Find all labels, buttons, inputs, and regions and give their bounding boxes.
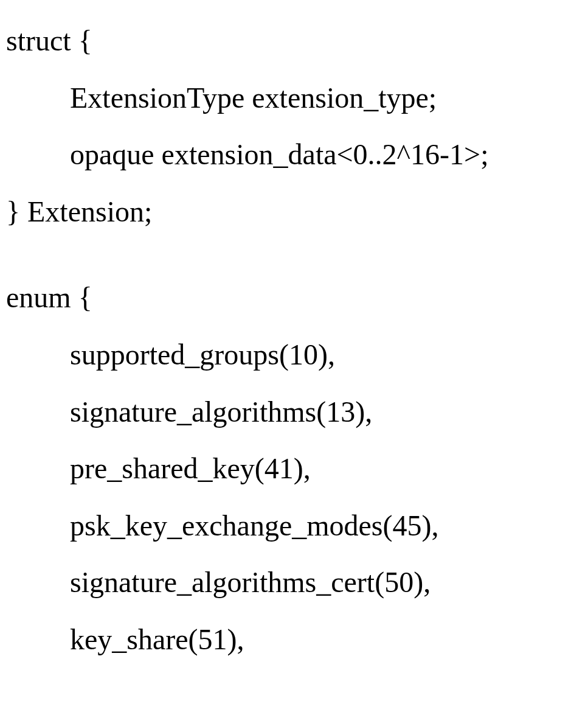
enum-item-psk-key-exchange-modes: psk_key_exchange_modes(45), xyxy=(6,497,582,554)
struct-field-extension-type: ExtensionType extension_type; xyxy=(6,69,582,127)
blank-line xyxy=(6,240,582,269)
enum-item-pre-shared-key: pre_shared_key(41), xyxy=(6,440,582,497)
struct-close: } Extension; xyxy=(6,183,582,240)
enum-item-key-share: key_share(51), xyxy=(6,611,582,668)
enum-item-supported-groups: supported_groups(10), xyxy=(6,326,582,383)
enum-open: enum { xyxy=(6,269,582,326)
code-listing: struct { ExtensionType extension_type; o… xyxy=(0,0,588,674)
enum-item-signature-algorithms-cert: signature_algorithms_cert(50), xyxy=(6,554,582,611)
struct-field-extension-data: opaque extension_data<0..2^16-1>; xyxy=(6,126,582,183)
enum-item-signature-algorithms: signature_algorithms(13), xyxy=(6,383,582,441)
struct-open: struct { xyxy=(6,12,582,69)
